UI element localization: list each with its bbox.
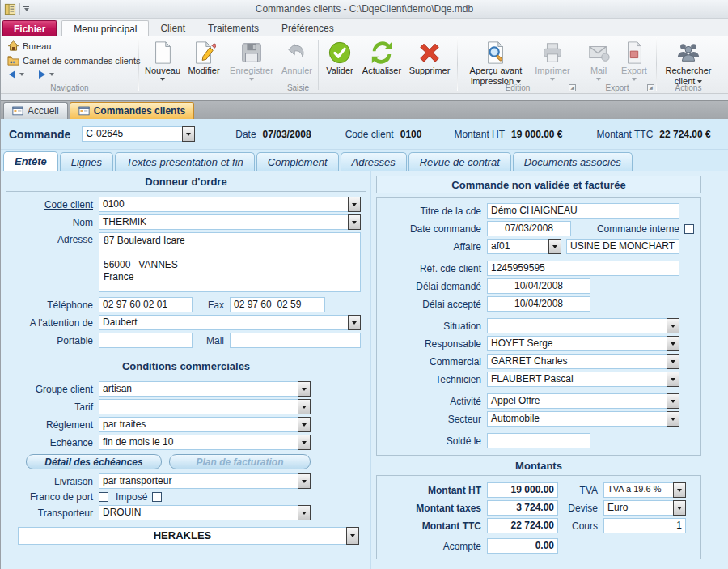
combo-dropdown-icon[interactable] xyxy=(298,381,311,397)
enregistrer-button[interactable]: Enregistrer xyxy=(225,39,278,81)
file-menu-button[interactable]: Fichier xyxy=(2,20,57,36)
rechercher-client-button[interactable]: Rechercherclient xyxy=(660,39,717,86)
combo-dropdown-icon[interactable] xyxy=(298,435,311,450)
transporteur-combo[interactable]: DROUIN xyxy=(99,505,311,520)
delai-demande-field[interactable]: 10/04/2008 xyxy=(487,278,590,294)
form-tab-revue-de-contrat[interactable]: Revue de contrat xyxy=(408,152,511,171)
activite-combo[interactable]: Appel Offre xyxy=(487,393,679,409)
doc-tab-accueil[interactable]: Accueil xyxy=(3,102,68,119)
code-client-field-label[interactable]: Code client xyxy=(11,199,99,210)
navigate-forward-dropdown-icon[interactable] xyxy=(49,73,54,76)
combo-dropdown-icon[interactable] xyxy=(298,399,311,414)
edition-dialog-launcher-icon[interactable]: ◢ xyxy=(569,84,576,91)
commande-selector[interactable]: C-02645 xyxy=(82,126,195,142)
cours-field[interactable]: 1 xyxy=(603,518,686,533)
fax-field[interactable]: 02 97 60 02 59 xyxy=(230,297,325,312)
donneur-ordre-groupbox: Code client 0100 Nom THERMIK Adresse 87 xyxy=(6,191,366,355)
responsable-combo[interactable]: HOYET Serge xyxy=(487,336,679,351)
combo-dropdown-icon[interactable] xyxy=(667,318,679,333)
combo-dropdown-icon[interactable] xyxy=(298,473,311,489)
code-client-combo[interactable]: 0100 xyxy=(99,197,361,212)
acompte-field[interactable]: 0.00 xyxy=(487,538,558,554)
ref-cde-field[interactable]: 1245959595 xyxy=(487,261,679,276)
reglement-combo[interactable]: par traites xyxy=(99,417,311,432)
echeance-combo[interactable]: fin de mois le 10 xyxy=(99,435,311,450)
tarif-combo[interactable] xyxy=(99,399,311,414)
combo-dropdown-icon[interactable] xyxy=(667,411,679,427)
form-tab-textes[interactable]: Textes présentation et fin xyxy=(115,152,255,171)
commande-interne-checkbox[interactable] xyxy=(684,224,694,234)
impose-checkbox[interactable] xyxy=(152,492,162,502)
technicien-combo[interactable]: FLAUBERT Pascal xyxy=(487,372,679,387)
groupe-client-combo[interactable]: artisan xyxy=(99,381,311,397)
form-tab-documents-associes[interactable]: Documents associés xyxy=(513,152,633,171)
ribbon-tab-client[interactable]: Client xyxy=(149,20,197,36)
franco-de-port-checkbox[interactable] xyxy=(99,492,108,502)
date-commande-field[interactable]: 07/03/2008 xyxy=(487,221,571,236)
combo-dropdown-icon[interactable] xyxy=(348,214,361,230)
form-tab-adresses[interactable]: Adresses xyxy=(341,152,407,171)
situation-combo[interactable] xyxy=(487,318,679,333)
ribbon-tab-preferences[interactable]: Préférences xyxy=(270,20,345,36)
combo-dropdown-icon[interactable] xyxy=(298,417,311,432)
valider-button[interactable]: Valider xyxy=(321,39,358,76)
titre-cde-field[interactable]: Démo CHAIGNEAU xyxy=(487,203,679,219)
mail-field[interactable] xyxy=(230,333,361,348)
portable-field[interactable] xyxy=(99,333,193,348)
combo-dropdown-icon[interactable] xyxy=(348,197,361,212)
combo-dropdown-icon[interactable] xyxy=(667,393,679,409)
combo-dropdown-icon[interactable] xyxy=(667,354,679,369)
navigate-back-icon[interactable] xyxy=(9,70,15,79)
annuler-button[interactable]: Annuler xyxy=(278,39,315,76)
navigate-forward-icon[interactable] xyxy=(39,70,45,79)
combo-dropdown-icon[interactable] xyxy=(673,482,686,498)
nouveau-dropdown-icon[interactable] xyxy=(160,78,165,81)
ribbon-tab-traitements[interactable]: Traitements xyxy=(197,20,270,36)
ribbon-tab-menu-principal[interactable]: Menu principal xyxy=(61,20,149,36)
imprimer-button[interactable]: Imprimer xyxy=(531,39,574,81)
delai-accepte-field[interactable]: 10/04/2008 xyxy=(487,296,590,312)
export-dropdown-icon[interactable] xyxy=(632,78,637,81)
apercu-impression-button[interactable]: Aperçu avantimpression xyxy=(461,39,531,86)
form-tab-lignes[interactable]: Lignes xyxy=(60,152,113,171)
modifier-button[interactable]: Modifier xyxy=(183,39,225,76)
livraison-combo[interactable]: par transporteur xyxy=(99,473,311,489)
combo-dropdown-icon[interactable] xyxy=(298,505,311,520)
secteur-combo[interactable]: Automobile xyxy=(487,411,679,427)
navigate-back-dropdown-icon[interactable] xyxy=(19,73,24,76)
form-tab-entete[interactable]: Entête xyxy=(3,151,58,171)
mail-button[interactable]: Mail xyxy=(582,39,616,81)
devise-combo[interactable]: Euro xyxy=(603,500,686,516)
export-dialog-launcher-icon[interactable]: ◢ xyxy=(647,84,654,91)
combo-dropdown-icon[interactable] xyxy=(667,372,679,387)
supprimer-button[interactable]: Supprimer xyxy=(405,39,454,76)
solde-le-field[interactable] xyxy=(487,433,590,448)
combo-dropdown-icon[interactable] xyxy=(346,527,359,545)
nom-combo[interactable]: THERMIK xyxy=(99,214,361,230)
carnet-commandes-button[interactable]: Carnet de commandes clients xyxy=(7,54,132,66)
attention-combo[interactable]: Daubert xyxy=(99,315,361,330)
affaire-detail-field[interactable]: USINE DE MONCHART xyxy=(566,239,679,254)
plan-facturation-button[interactable]: Plan de facturation xyxy=(169,454,311,469)
combo-dropdown-icon[interactable] xyxy=(182,126,195,142)
imprimer-dropdown-icon[interactable] xyxy=(550,78,555,81)
tva-combo[interactable]: TVA à 19.6 % xyxy=(603,482,686,498)
mail-dropdown-icon[interactable] xyxy=(596,78,601,81)
combo-dropdown-icon[interactable] xyxy=(673,500,686,516)
nouveau-button[interactable]: Nouveau xyxy=(142,39,183,81)
combo-dropdown-icon[interactable] xyxy=(667,336,679,351)
telephone-field[interactable]: 02 97 60 02 01 xyxy=(99,297,193,312)
export-button[interactable]: Export xyxy=(616,39,653,81)
affaire-combo[interactable]: af01 xyxy=(487,239,561,254)
enregistrer-dropdown-icon[interactable] xyxy=(249,78,254,81)
commercial-combo[interactable]: GARRET Charles xyxy=(487,354,679,369)
representant-combo[interactable]: HERAKLES xyxy=(18,527,359,545)
combo-dropdown-icon[interactable] xyxy=(548,239,561,254)
actualiser-button[interactable]: Actualiser xyxy=(358,39,405,76)
form-tab-complement[interactable]: Complément xyxy=(256,152,339,171)
combo-dropdown-icon[interactable] xyxy=(348,315,361,330)
doc-tab-commandes-clients[interactable]: Commandes clients xyxy=(70,102,194,119)
bureau-button[interactable]: Bureau xyxy=(7,40,132,52)
detail-echeances-button[interactable]: Détail des échéances xyxy=(26,454,162,469)
adresse-field[interactable]: 87 Boulevard Icare 56000 VANNES France xyxy=(99,232,361,292)
